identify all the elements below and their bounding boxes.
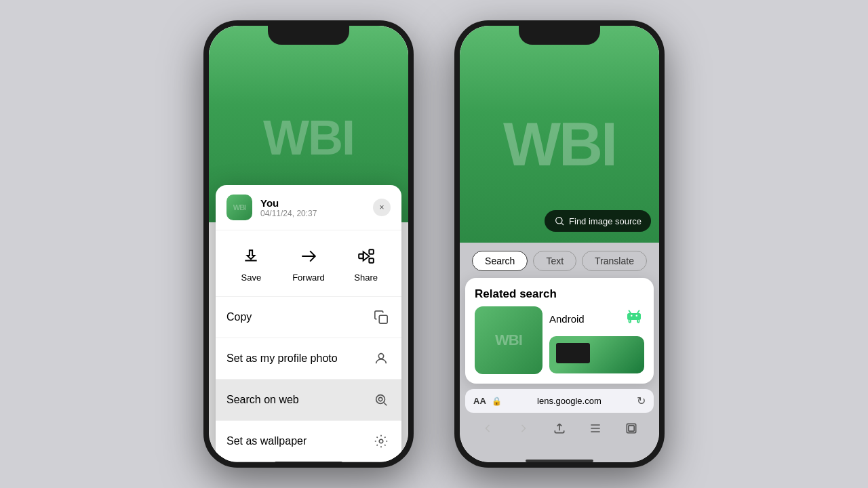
wbi-logo-xl: WBI — [503, 110, 616, 180]
profile-photo-label: Set as my profile photo — [226, 352, 372, 365]
related-bottom-image — [549, 336, 644, 373]
svg-rect-1 — [369, 249, 374, 254]
search-circle-icon — [554, 216, 565, 226]
search-web-menu-item[interactable]: Search on web — [216, 380, 401, 421]
svg-point-5 — [376, 395, 385, 404]
android-label: Android — [549, 313, 585, 325]
svg-point-10 — [631, 315, 633, 317]
message-time: 04/11/24, 20:37 — [260, 209, 365, 218]
tab-translate[interactable]: Translate — [582, 251, 647, 271]
scene: WBI WBI You 04/11/24, 20:37 × — [0, 0, 868, 488]
related-content: WBI Android — [465, 306, 654, 384]
find-image-label: Find image source — [569, 216, 642, 226]
related-search-title: Related search — [465, 278, 654, 306]
android-icon — [624, 306, 644, 331]
font-size-control[interactable]: AA — [473, 396, 486, 406]
phone2-image: WBI Find image source — [460, 26, 659, 243]
wallpaper-menu-item[interactable]: Set as wallpaper — [216, 421, 401, 462]
phone-2: WBI Find image source Search Text Transl… — [454, 20, 665, 468]
tabs-button[interactable] — [623, 420, 640, 437]
menu-header: WBI You 04/11/24, 20:37 × — [216, 185, 401, 230]
svg-rect-13 — [629, 426, 634, 431]
copy-label: Copy — [226, 311, 372, 323]
tab-search[interactable]: Search — [472, 251, 528, 271]
svg-rect-0 — [359, 254, 363, 259]
search-tabs: Search Text Translate — [460, 243, 659, 278]
save-label: Save — [241, 272, 262, 283]
phone1-content: WBI WBI You 04/11/24, 20:37 × — [209, 26, 408, 462]
browser-nav — [460, 413, 659, 444]
search-web-label: Search on web — [226, 394, 372, 406]
save-button[interactable]: Save — [222, 240, 280, 287]
back-button[interactable] — [479, 420, 496, 437]
reload-icon[interactable]: ↻ — [637, 394, 646, 407]
wbi-logo: WBI — [263, 110, 354, 165]
related-thumb: WBI — [475, 306, 542, 374]
svg-rect-2 — [369, 258, 374, 263]
profile-icon — [372, 349, 391, 368]
sender-name: You — [260, 197, 365, 209]
svg-point-6 — [378, 397, 382, 401]
forward-label: Forward — [292, 272, 325, 283]
forward-button[interactable] — [515, 420, 532, 437]
svg-point-11 — [636, 315, 638, 317]
context-menu: WBI You 04/11/24, 20:37 × S — [216, 185, 401, 462]
related-search-card: Related search WBI Android — [465, 278, 654, 384]
svg-point-8 — [556, 218, 562, 224]
menu-actions-row: Save Forward Share — [216, 230, 401, 297]
svg-rect-9 — [627, 313, 641, 320]
svg-rect-3 — [379, 315, 387, 323]
menu-header-text: You 04/11/24, 20:37 — [260, 197, 365, 218]
search-web-icon — [372, 390, 391, 409]
phone-notch — [268, 26, 349, 45]
share-label: Share — [354, 272, 378, 283]
wallpaper-icon — [372, 432, 391, 451]
close-button[interactable]: × — [373, 199, 391, 216]
copy-menu-item[interactable]: Copy — [216, 297, 401, 338]
tab-text[interactable]: Text — [533, 251, 576, 271]
bookmarks-button[interactable] — [587, 420, 604, 437]
svg-point-4 — [378, 354, 383, 359]
browser-address-bar[interactable]: AA 🔒 lens.google.com ↻ — [465, 389, 654, 413]
share-button[interactable] — [551, 420, 568, 437]
profile-photo-menu-item[interactable]: Set as my profile photo — [216, 338, 401, 380]
save-icon — [239, 244, 263, 268]
share-icon — [354, 244, 378, 268]
share-button[interactable]: Share — [337, 240, 395, 287]
forward-button[interactable]: Forward — [280, 240, 338, 287]
url-display[interactable]: lens.google.com — [507, 396, 631, 406]
copy-icon — [372, 308, 391, 327]
phone2-home-bar — [526, 460, 593, 462]
svg-point-7 — [379, 439, 383, 443]
phone-1: WBI WBI You 04/11/24, 20:37 × — [203, 20, 414, 468]
related-items: Android — [549, 306, 644, 374]
lock-icon: 🔒 — [492, 396, 502, 406]
phone2-content: WBI Find image source Search Text Transl… — [460, 26, 659, 462]
wallpaper-label: Set as wallpaper — [226, 435, 372, 447]
android-item[interactable]: Android — [549, 306, 644, 331]
find-image-source-button[interactable]: Find image source — [545, 210, 651, 232]
sender-icon: WBI — [226, 195, 252, 220]
phone2-notch — [519, 26, 600, 45]
forward-icon — [296, 244, 321, 268]
